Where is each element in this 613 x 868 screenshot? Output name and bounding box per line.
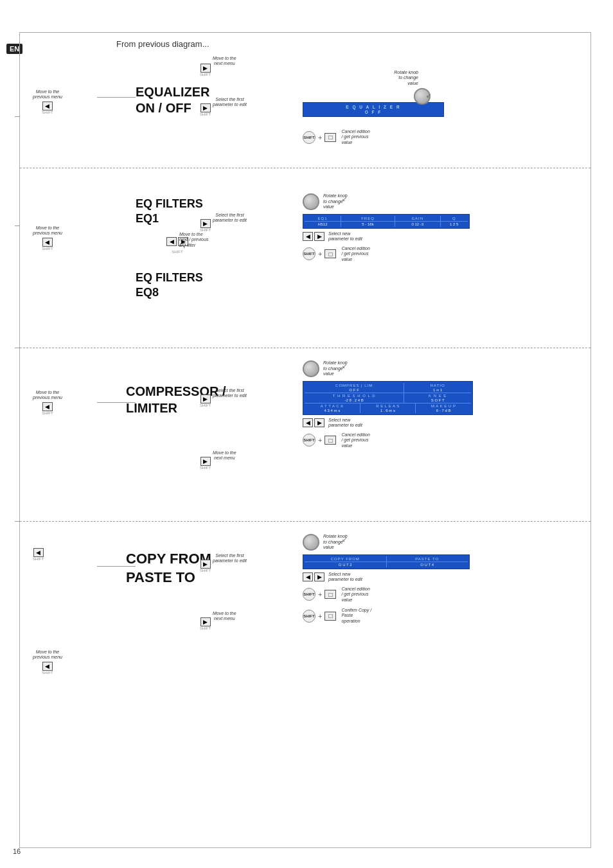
cancel-eq-area: SHIFT + □ Cancel edition/ get previousva…: [303, 129, 370, 145]
plus-square-eqf[interactable]: □: [324, 249, 336, 258]
shift-btn-cp[interactable]: SHIFT: [303, 588, 315, 601]
next-menu-comp-label: Move to thenext menu: [213, 450, 236, 461]
prev-filter-arrow[interactable]: ◀: [166, 237, 177, 246]
cp-display-panel: Rotate knobto changevalue ↙ COPY FROM PA…: [303, 534, 470, 624]
plus-square-cp[interactable]: □: [324, 590, 336, 599]
knob-comp-area: Rotate knobto changevalue ↙: [303, 360, 473, 377]
select-arrow-cp[interactable]: ▶: [200, 560, 211, 569]
cp-select-next[interactable]: ▶: [314, 572, 324, 581]
select-first-comp: ▶ SHIFT: [200, 394, 211, 407]
knob-cp[interactable]: [303, 534, 319, 551]
equalizer-label: EQUALIZER ON / OFF: [136, 84, 210, 116]
plus-square-eq[interactable]: □: [324, 133, 336, 142]
connector-cp: [97, 566, 136, 567]
next-arrow-comp[interactable]: ▶: [200, 457, 211, 466]
shift-btn-eq[interactable]: SHIFT: [303, 131, 315, 144]
tick-4: [15, 521, 20, 522]
prev-arrow-cp[interactable]: ◀: [33, 548, 44, 557]
plus-square-cp-confirm[interactable]: □: [324, 612, 336, 621]
eq-filter-shift: SHIFT: [166, 250, 188, 254]
prev-arrow-comp[interactable]: ◀: [42, 402, 53, 411]
cancel-cp-area: SHIFT + □ Cancel edition/ get previousva…: [303, 587, 470, 603]
main-border: From previous diagram... Move to theprev…: [19, 32, 591, 848]
from-previous-label: From previous diagram...: [116, 39, 209, 49]
cp-lcd: COPY FROM PASTE TO O U T 2 O U T 4: [303, 554, 470, 569]
prev-arrow-eqf[interactable]: ◀: [42, 238, 53, 247]
cp-select-prev[interactable]: ◀: [303, 572, 313, 581]
select-first-comp-label: Select the firstparameter to edit: [213, 388, 247, 399]
prev-menu-eqf-label: Move to theprevious menu ◀ SHIFT: [33, 226, 62, 251]
plus-square-comp[interactable]: □: [324, 436, 336, 445]
eqf-lcd: EQ1 FREQ GAIN Q HS12 5 - 16k 0 12 -3 1 2…: [303, 214, 470, 229]
cp-select-nav: ◀ ▶ Select newparameter to edit: [303, 572, 470, 583]
select-first-eq: ▶ SHIFT: [200, 103, 211, 116]
comp-select-nav: ◀ ▶ Select newparameter to edit: [303, 418, 473, 429]
shift-btn-comp[interactable]: SHIFT: [303, 434, 315, 447]
eqf-select-nav: ◀ ▶ Select newparameter to edit: [303, 231, 470, 242]
select-arrow-comp[interactable]: ▶: [200, 394, 211, 403]
prev-menu-comp-label: Move to theprevious menu ◀ SHIFT: [33, 390, 62, 415]
select-first-eq-label: Select the firstparameter to edit: [213, 97, 247, 108]
divider-3: [20, 521, 591, 522]
next-menu-eq-top: ▶ SHIFT: [200, 64, 211, 76]
divider-2: [20, 348, 591, 348]
select-first-cp: ▶ SHIFT: [200, 560, 211, 572]
eq-display-panel: Rotate knobto changevalue ↙ E Q U A L I …: [303, 76, 444, 117]
select-first-cp-label: Select the firstparameter to edit: [213, 553, 247, 564]
next-arrow-eq-top[interactable]: ▶: [200, 64, 211, 73]
connector-eq: [97, 97, 136, 98]
page-number: 16: [13, 847, 21, 855]
knob-comp[interactable]: [303, 360, 319, 377]
knob-eqf[interactable]: [303, 193, 319, 210]
prev-menu-cp-label: ◀ SHIFT: [33, 547, 44, 561]
prev-menu-eq-label: Move to theprevious menu ◀ SHIFT: [33, 89, 62, 114]
comp-lcd: COMPRES | LIM O F F RATIO 1 ∞ 1 T H R E …: [303, 381, 473, 415]
prev-arrow-cp-bottom[interactable]: ◀: [42, 662, 53, 671]
next-menu-cp-label: Move to thenext menu: [213, 611, 236, 622]
shift-btn-cp-confirm[interactable]: SHIFT: [303, 610, 315, 623]
knob-eqf-area: Rotate knobto changevalue ↙: [303, 193, 470, 210]
next-arrow-cp[interactable]: ▶: [200, 617, 211, 626]
eq-filters-label: EQ FILTERS EQ1: [136, 197, 203, 227]
eq-filter-nav-label: Move to thenext / previousEQ filter: [179, 232, 209, 248]
divider-1: [20, 168, 591, 168]
shift-btn-eqf[interactable]: SHIFT: [303, 247, 315, 260]
next-menu-comp: ▶ SHIFT: [200, 457, 211, 470]
cancel-eqf-area: SHIFT + □ Cancel edition/ get previousva…: [303, 246, 470, 262]
connector-comp: [97, 402, 136, 403]
copy-paste-label: COPY FROM PASTE TO: [126, 550, 211, 587]
next-menu-cp: ▶ SHIFT: [200, 617, 211, 630]
select-first-eqf: ▶ SHIFT: [200, 219, 211, 232]
tick-3: [15, 348, 20, 348]
select-first-eqf-label: Select the firstparameter to edit: [213, 213, 247, 224]
comp-select-next[interactable]: ▶: [314, 418, 324, 427]
page-container: EN 16 From previous diagram... Move to t…: [0, 0, 613, 868]
tick-1: [15, 116, 20, 117]
select-arrow-eqf[interactable]: ▶: [200, 219, 211, 228]
eq-filters-eq8-label: EQ FILTERS EQ8: [136, 270, 203, 301]
comp-display-panel: Rotate knobto changevalue ↙ COMPRES | LI…: [303, 360, 473, 448]
eqf-display-panel: Rotate knobto changevalue ↙ EQ1 FREQ GAI…: [303, 193, 470, 262]
next-menu-eq-top-label: Move to thenext menu: [213, 56, 236, 67]
prev-arrow-eq[interactable]: ◀: [42, 102, 53, 111]
cancel-comp-area: SHIFT + □ Cancel edition/ get previousva…: [303, 432, 473, 448]
tick-2: [15, 226, 20, 226]
knob-cp-area: Rotate knobto changevalue ↙: [303, 534, 470, 551]
comp-select-prev[interactable]: ◀: [303, 418, 313, 427]
select-arrow-eq[interactable]: ▶: [200, 103, 211, 112]
knob-eq-area: Rotate knobto changevalue ↙: [394, 70, 425, 112]
eqf-select-next[interactable]: ▶: [314, 232, 324, 241]
confirm-cp-area: SHIFT + □ Confirm Copy /Pasteoperation: [303, 608, 470, 624]
eqf-select-prev[interactable]: ◀: [303, 232, 313, 241]
prev-menu-cp-bottom-label: Move to theprevious menu ◀ SHIFT: [33, 650, 62, 675]
